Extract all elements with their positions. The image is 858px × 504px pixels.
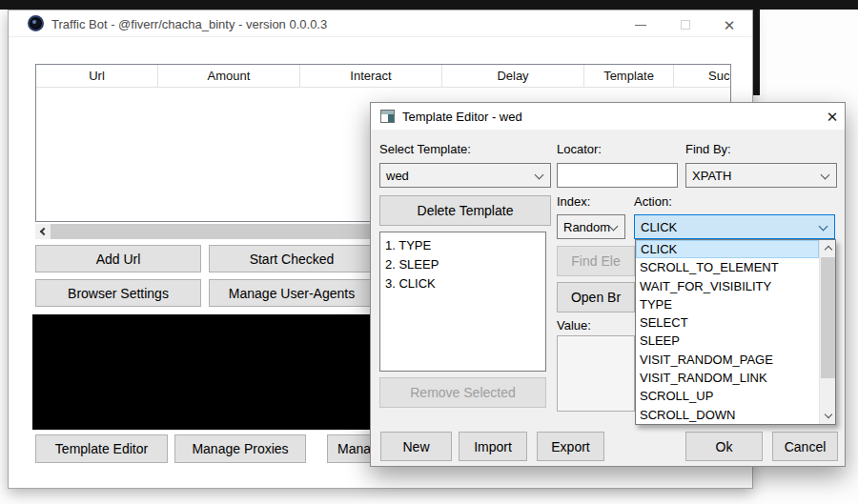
scroll-left-button[interactable]	[35, 224, 51, 239]
scrollbar-thumb[interactable]	[821, 257, 835, 378]
dialog-titlebar[interactable]: Template Editor - wed ✕	[371, 103, 845, 130]
value-textarea	[557, 335, 635, 412]
scroll-down-icon	[824, 411, 831, 418]
desktop-side-strip	[753, 10, 760, 95]
chevron-down-icon	[535, 171, 544, 180]
main-titlebar[interactable]: Traffic Bot - @fiverr/chacha_binty - ver…	[9, 10, 752, 37]
open-browser-button[interactable]: Open Br	[557, 282, 635, 312]
new-button[interactable]: New	[380, 432, 452, 461]
locator-input[interactable]	[557, 163, 678, 188]
dialog-close-button[interactable]: ✕	[821, 108, 844, 126]
action-select-value: CLICK	[641, 220, 677, 234]
remove-selected-button: Remove Selected	[379, 377, 546, 408]
dropdown-option-scroll-up[interactable]: SCROLL_UP	[636, 387, 819, 405]
chevron-down-icon	[821, 171, 830, 180]
action-dropdown-items: CLICK SCROLL_TO_ELEMENT WAIT_FOR_VISIBIL…	[636, 240, 819, 424]
dropdown-option-sleep[interactable]: SLEEP	[636, 332, 819, 350]
url-table-header: Url Amount Interact Delay Template Succe…	[36, 65, 730, 88]
close-button[interactable]: ✕	[719, 16, 740, 33]
template-editor-button[interactable]: Template Editor	[35, 434, 168, 463]
minimize-icon	[635, 25, 646, 26]
dropdown-option-visit-random-page[interactable]: VISIT_RANDOM_PAGE	[636, 351, 819, 369]
maximize-button	[675, 16, 696, 33]
list-item[interactable]: 2. SLEEP	[385, 255, 541, 274]
dropdown-option-click[interactable]: CLICK	[636, 240, 819, 258]
list-item[interactable]: 1. TYPE	[385, 236, 541, 255]
action-label: Action:	[634, 194, 672, 209]
close-icon: ✕	[827, 109, 839, 126]
index-select[interactable]: Random	[557, 214, 625, 239]
find-by-select-value: XPATH	[692, 169, 731, 183]
dropdown-option-scroll-to-element[interactable]: SCROLL_TO_ELEMENT	[636, 258, 819, 276]
value-label: Value:	[557, 318, 591, 333]
action-dropdown-list: CLICK SCROLL_TO_ELEMENT WAIT_FOR_VISIBIL…	[635, 239, 836, 425]
cancel-button[interactable]: Cancel	[772, 432, 838, 461]
screen: Traffic Bot - @fiverr/chacha_binty - ver…	[0, 0, 858, 504]
select-template-label: Select Template:	[379, 142, 471, 156]
template-select-value: wed	[386, 169, 409, 183]
start-checked-button[interactable]: Start Checked	[209, 245, 375, 272]
column-header-amount[interactable]: Amount	[158, 65, 300, 87]
find-element-button: Find Ele	[557, 246, 635, 276]
dialog-title: Template Editor - wed	[402, 110, 522, 124]
scroll-up-button[interactable]	[820, 240, 836, 256]
scroll-left-icon	[40, 228, 48, 235]
index-label: Index:	[557, 194, 590, 209]
manage-proxies-button[interactable]: Manage Proxies	[174, 434, 306, 463]
maximize-icon	[681, 20, 690, 30]
list-item[interactable]: 3. CLICK	[385, 274, 541, 293]
scroll-down-button[interactable]	[820, 408, 836, 424]
dropdown-scrollbar[interactable]	[819, 240, 835, 424]
template-select[interactable]: wed	[379, 163, 551, 188]
manage-user-agents-button[interactable]: Manage User-Agents	[209, 279, 375, 307]
import-button[interactable]: Import	[459, 432, 527, 461]
template-editor-dialog: Template Editor - wed ✕ Select Template:…	[370, 102, 846, 467]
action-select[interactable]: CLICK	[634, 214, 835, 239]
dropdown-option-wait-for-visibility[interactable]: WAIT_FOR_VISIBILITY	[636, 277, 819, 295]
column-header-success[interactable]: Succes	[674, 65, 730, 87]
dropdown-option-select[interactable]: SELECT	[636, 313, 819, 332]
form-icon	[380, 110, 395, 123]
add-url-button[interactable]: Add Url	[35, 245, 201, 272]
dropdown-option-visit-random-link[interactable]: VISIT_RANDOM_LINK	[636, 369, 819, 387]
column-header-interact[interactable]: Interact	[300, 65, 442, 87]
traffic-bot-logo-icon	[28, 15, 44, 31]
dropdown-option-type[interactable]: TYPE	[636, 295, 819, 313]
column-header-url[interactable]: Url	[36, 65, 158, 87]
minimize-button[interactable]	[630, 16, 651, 33]
dropdown-option-scroll-down[interactable]: SCROLL_DOWN	[636, 406, 819, 424]
column-header-template[interactable]: Template	[584, 65, 674, 87]
template-steps-list[interactable]: 1. TYPE 2. SLEEP 3. CLICK	[379, 232, 546, 372]
locator-label: Locator:	[557, 142, 602, 156]
export-button[interactable]: Export	[537, 432, 604, 461]
chevron-down-icon	[819, 222, 828, 232]
close-icon: ✕	[724, 18, 736, 32]
delete-template-button[interactable]: Delete Template	[379, 195, 551, 226]
ok-button[interactable]: Ok	[685, 432, 763, 461]
browser-settings-button[interactable]: Browser Settings	[35, 279, 201, 307]
column-header-delay[interactable]: Delay	[442, 65, 584, 87]
find-by-select[interactable]: XPATH	[685, 163, 837, 188]
main-window-title: Traffic Bot - @fiverr/chacha_binty - ver…	[51, 17, 327, 31]
find-by-label: Find By:	[685, 142, 731, 156]
scroll-up-icon	[824, 246, 831, 253]
desktop-top-strip	[0, 0, 858, 10]
index-select-value: Random	[563, 220, 610, 234]
